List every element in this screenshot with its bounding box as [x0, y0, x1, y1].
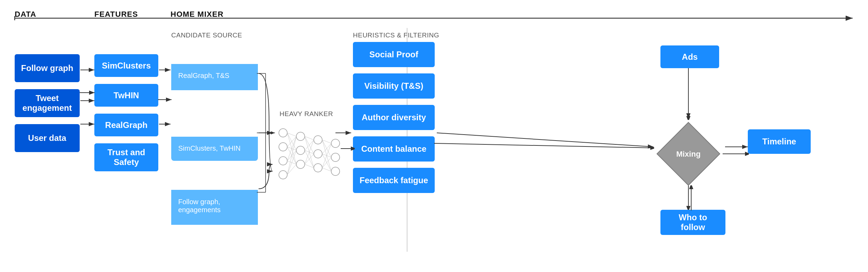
data-to-features-arrow	[80, 89, 96, 96]
candidates-bracket-arrow	[257, 52, 276, 224]
ads-to-mixing-arrow	[685, 68, 692, 120]
svg-point-21	[296, 132, 305, 141]
svg-point-29	[331, 167, 340, 176]
svg-line-30	[287, 133, 296, 136]
data-tweet-engagement: Tweet engagement	[15, 89, 80, 117]
home-mixer-header: HOME MIXER	[171, 10, 224, 19]
heuristic-author-diversity: Author diversity	[353, 105, 435, 130]
feature-twhin: TwHIN	[94, 84, 158, 107]
heuristic-visibility: Visibility (T&S)	[353, 73, 435, 99]
feature-realgraph: RealGraph	[94, 114, 158, 136]
svg-line-51	[322, 140, 331, 143]
candidate-source-label: CANDIDATE SOURCE	[171, 31, 242, 39]
svg-point-24	[314, 136, 322, 144]
heuristics-to-mixing-arrow	[434, 138, 654, 156]
svg-point-28	[331, 153, 340, 162]
embedding-space-title: Embedding Space	[171, 107, 258, 136]
feature-simclusters: SimClusters	[94, 54, 158, 77]
heuristic-content-balance: Content balance	[353, 136, 435, 162]
heuristic-feedback-fatigue: Feedback fatigue	[353, 168, 435, 193]
svg-point-22	[296, 146, 305, 155]
svg-line-57	[322, 143, 331, 168]
svg-point-25	[314, 150, 322, 158]
output-timeline: Timeline	[748, 129, 811, 154]
features-to-candidates-arrow	[158, 96, 173, 103]
mixing-to-timeline-arrow	[723, 150, 749, 157]
feature-trust-safety: Trust and Safety	[94, 143, 158, 171]
in-network-title: In Network	[171, 44, 258, 63]
svg-line-39	[287, 136, 296, 175]
svg-line-42	[305, 136, 314, 140]
data-header: DATA	[15, 10, 36, 19]
features-header: FEATURES	[94, 10, 138, 19]
svg-line-40	[287, 150, 296, 175]
svg-point-23	[296, 160, 305, 169]
candidate-social-graph: Social Graph Follow graph, engagements	[171, 170, 258, 231]
mixing-diamond: Mixing	[653, 119, 723, 189]
neural-network-diagram	[273, 115, 342, 185]
data-user-data: User data	[15, 124, 80, 152]
svg-line-59	[322, 168, 331, 171]
svg-point-26	[314, 164, 322, 172]
svg-line-48	[305, 140, 314, 164]
svg-line-68	[434, 143, 653, 148]
svg-point-20	[279, 171, 287, 179]
candidate-embedding-space: Embedding Space SimClusters, TwHIN	[171, 107, 258, 161]
output-ads: Ads	[660, 45, 719, 68]
data-follow-graph: Follow graph	[15, 54, 80, 82]
who-to-follow-to-mixing-arrow	[688, 185, 695, 210]
heuristic-social-proof: Social Proof	[353, 42, 435, 67]
svg-point-19	[279, 157, 287, 165]
svg-point-17	[279, 129, 287, 137]
svg-line-50	[305, 164, 314, 168]
in-network-subtitle: RealGraph, T&S	[171, 64, 258, 90]
mixing-label: Mixing	[676, 150, 701, 158]
social-graph-title: Social Graph	[171, 170, 258, 189]
embedding-space-subtitle: SimClusters, TwHIN	[171, 137, 258, 161]
svg-line-36	[287, 136, 296, 161]
heuristics-label: HEURISTICS & FILTERING	[353, 31, 439, 39]
social-graph-subtitle: Follow graph, engagements	[171, 190, 258, 225]
svg-point-18	[279, 143, 287, 151]
neural-to-heuristics-arrow	[341, 145, 355, 152]
output-who-to-follow: Who to follow	[660, 210, 725, 235]
svg-point-27	[331, 139, 340, 148]
candidate-in-network: In Network RealGraph, T&S	[171, 44, 258, 98]
